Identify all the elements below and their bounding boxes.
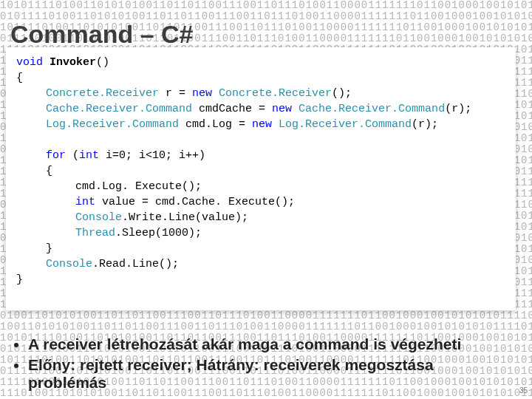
text: cmd.Log = [179,118,252,131]
type: Log.Receiver.Command [272,118,412,131]
code-line: cmd.Log. Execute(); [16,179,505,194]
text: .Sleep(1000); [115,227,202,239]
brace: } [16,272,505,287]
type: Thread [75,227,115,239]
bullet-item: Előny: rejtett receiver; Hátrány: receiv… [28,356,514,392]
keyword: new [272,103,292,115]
code-block: void Invoker() { Concrete.Receiver r = n… [6,47,516,310]
method-name: Invoker [50,56,96,69]
bullet-item: A receiver létrehozását akár maga a comm… [28,335,514,353]
type: Cache.Receiver.Command [292,103,445,115]
text: cmdCache = [192,103,272,115]
brace: { [16,163,505,179]
keyword: int [75,196,95,208]
text: (r); [412,118,438,131]
text: r = [159,87,192,100]
text: (r); [445,103,471,115]
text: value = cmd.Cache. Execute(); [95,196,295,208]
slide-title: Command – C# [10,20,194,49]
bullet-list: A receiver létrehozását akár maga a comm… [12,335,514,395]
keyword: int [79,149,99,162]
keyword: void [16,56,43,69]
type: Console [75,211,122,224]
keyword: new [192,87,212,100]
paren: () [96,56,109,69]
type: Concrete.Receiver [212,87,332,100]
type: Log.Receiver.Command [46,118,179,131]
brace: } [16,241,505,256]
type: Console [46,258,92,270]
page-number: 35 [519,386,528,395]
bullet-text: Előny: rejtett receiver; Hátrány: receiv… [28,356,434,373]
keyword: new [252,118,272,131]
type: Concrete.Receiver [46,87,159,100]
type: Cache.Receiver.Command [46,103,192,115]
text: ( [66,149,79,162]
keyword: for [46,149,66,162]
text: .Write.Line(value); [122,211,248,224]
bullet-partial: problémás [28,374,106,392]
brace: { [16,70,505,86]
text: i=0; i<10; i++) [99,149,205,162]
text: .Read.Line(); [92,258,179,270]
text: (); [332,87,352,100]
